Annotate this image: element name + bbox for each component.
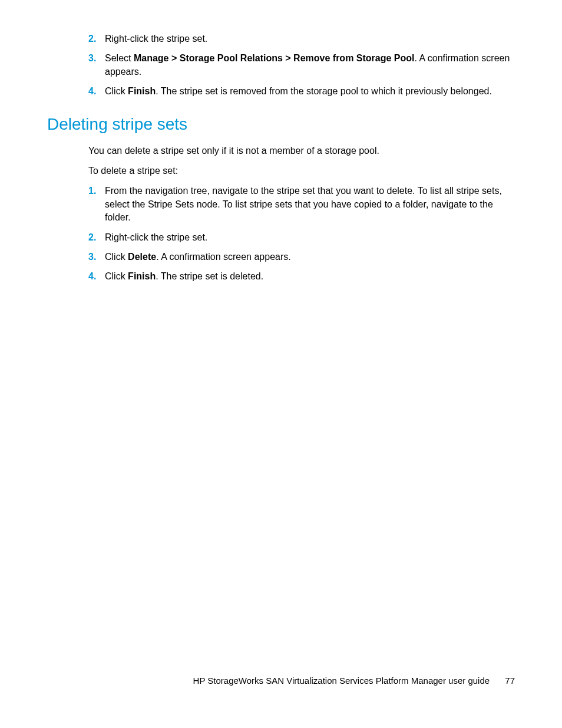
step-text-prefix: Click — [105, 271, 128, 281]
paragraph: To delete a stripe set: — [88, 164, 515, 177]
page-number: 77 — [505, 676, 515, 686]
steps-list: 1. From the navigation tree, navigate to… — [88, 185, 515, 283]
step-number: 4. — [88, 270, 96, 283]
section-heading: Deleting stripe sets — [47, 115, 515, 134]
step-text-suffix: . The stripe set is deleted. — [156, 271, 263, 281]
step-number: 1. — [88, 185, 96, 197]
paragraph: You can delete a stripe set only if it i… — [88, 144, 515, 157]
step-text-bold: Manage > Storage Pool Relations > Remove… — [134, 53, 415, 63]
steps-list-continued: 2. Right-click the stripe set. 3. Select… — [88, 32, 515, 98]
list-item: 2. Right-click the stripe set. — [88, 231, 515, 244]
step-number: 2. — [88, 231, 96, 244]
step-text-prefix: Select — [105, 53, 134, 63]
step-number: 3. — [88, 251, 96, 263]
step-text: From the navigation tree, navigate to th… — [105, 186, 502, 222]
list-item: 1. From the navigation tree, navigate to… — [88, 185, 515, 224]
step-text-bold: Finish — [128, 271, 156, 281]
page-footer: HP StorageWorks SAN Virtualization Servi… — [193, 676, 515, 686]
step-text-bold: Finish — [128, 86, 156, 96]
step-text-suffix: . The stripe set is removed from the sto… — [156, 86, 492, 96]
list-item: 2. Right-click the stripe set. — [88, 32, 515, 45]
footer-title: HP StorageWorks SAN Virtualization Servi… — [193, 676, 490, 686]
step-text-bold: Delete — [128, 252, 156, 262]
step-text-prefix: Click — [105, 252, 128, 262]
step-text-prefix: Click — [105, 86, 128, 96]
list-item: 3. Select Manage > Storage Pool Relation… — [88, 52, 515, 78]
step-text: Right-click the stripe set. — [105, 232, 207, 242]
step-number: 4. — [88, 85, 96, 98]
step-number: 2. — [88, 32, 96, 45]
list-item: 4. Click Finish. The stripe set is remov… — [88, 85, 515, 98]
step-text: Right-click the stripe set. — [105, 34, 207, 44]
list-item: 4. Click Finish. The stripe set is delet… — [88, 270, 515, 283]
step-number: 3. — [88, 52, 96, 65]
list-item: 3. Click Delete. A confirmation screen a… — [88, 251, 515, 263]
step-text-suffix: . A confirmation screen appears. — [156, 252, 291, 262]
